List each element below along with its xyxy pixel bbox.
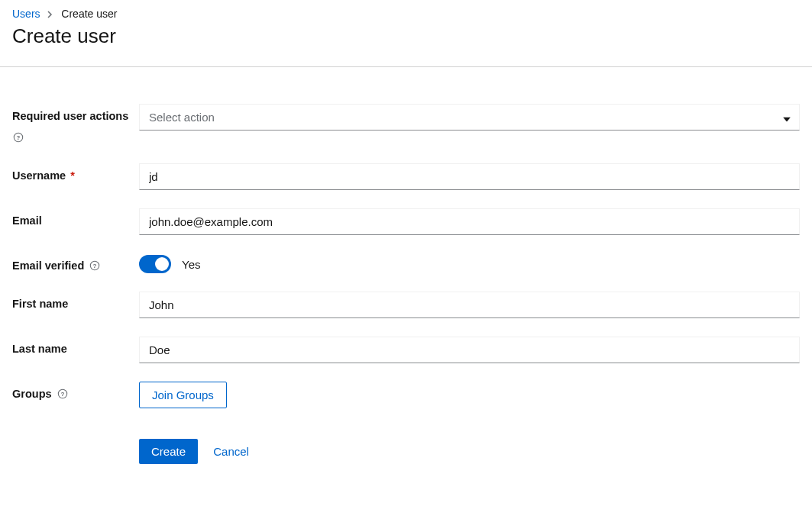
email-verified-state: Yes bbox=[182, 258, 200, 271]
help-icon[interactable]: ? bbox=[57, 388, 69, 400]
username-input[interactable] bbox=[139, 163, 800, 190]
email-verified-label: Email verified bbox=[12, 259, 84, 272]
breadcrumb-current: Create user bbox=[61, 8, 117, 20]
firstname-input[interactable] bbox=[139, 292, 800, 318]
required-asterisk: * bbox=[70, 169, 75, 182]
help-icon[interactable]: ? bbox=[89, 259, 101, 272]
cancel-button[interactable]: Cancel bbox=[201, 439, 261, 464]
username-label: Username bbox=[12, 169, 66, 182]
lastname-input[interactable] bbox=[139, 337, 800, 363]
help-icon[interactable]: ? bbox=[12, 131, 24, 143]
groups-label: Groups bbox=[12, 388, 52, 400]
firstname-label: First name bbox=[12, 298, 68, 310]
svg-text:?: ? bbox=[17, 134, 21, 141]
required-actions-select[interactable]: Select action bbox=[139, 104, 800, 131]
toggle-knob bbox=[155, 257, 169, 271]
svg-text:?: ? bbox=[93, 263, 97, 269]
email-input[interactable] bbox=[139, 208, 800, 235]
create-button[interactable]: Create bbox=[139, 439, 198, 464]
email-label: Email bbox=[12, 214, 42, 227]
lastname-label: Last name bbox=[12, 343, 67, 355]
page-title: Create user bbox=[0, 24, 812, 66]
breadcrumb: Users Create user bbox=[0, 0, 812, 24]
svg-text:?: ? bbox=[60, 391, 64, 398]
email-verified-toggle[interactable] bbox=[139, 255, 171, 273]
create-user-form: Required user actions ? Select action Us… bbox=[0, 67, 812, 501]
join-groups-button[interactable]: Join Groups bbox=[139, 382, 227, 408]
chevron-right-icon bbox=[47, 11, 53, 18]
required-actions-label: Required user actions bbox=[12, 110, 128, 122]
breadcrumb-users-link[interactable]: Users bbox=[12, 8, 40, 20]
